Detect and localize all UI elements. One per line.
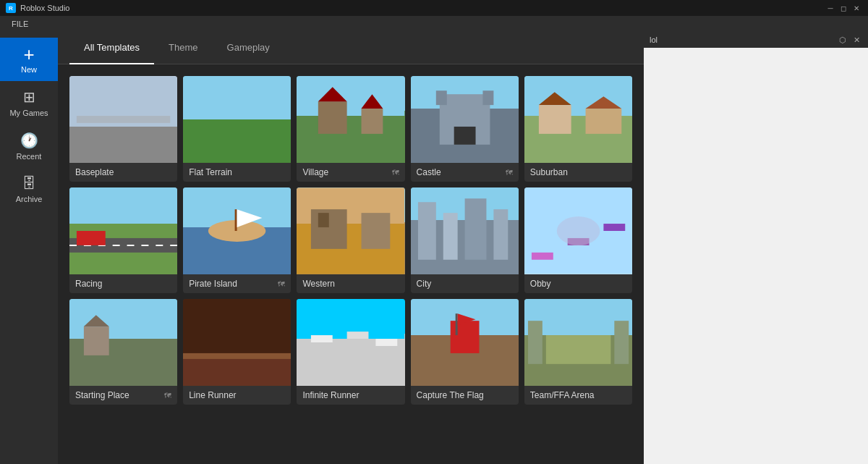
svg-rect-3	[183, 76, 291, 119]
archive-label: Archive	[16, 195, 43, 203]
template-card-flat-terrain[interactable]: Flat Terrain	[183, 76, 291, 182]
template-thumb-suburban	[524, 76, 632, 163]
main-area: + New ⊞ My Games 🕐 Recent 🗄 Archive All …	[0, 32, 868, 464]
right-panel-title: lol	[650, 35, 658, 44]
template-label-capture-the-flag: Capture The Flag	[411, 386, 519, 405]
template-thumb-team-ffa-arena	[524, 299, 632, 386]
svg-rect-68	[528, 321, 542, 364]
map-icon-village: 🗺	[392, 169, 399, 177]
template-thumb-line-runner	[183, 299, 291, 386]
tab-gameplay[interactable]: Gameplay	[213, 32, 284, 64]
tab-theme[interactable]: Theme	[154, 32, 212, 64]
template-label-team-ffa-arena: Team/FFA Arena	[524, 386, 632, 405]
close-button[interactable]: ✕	[851, 2, 862, 14]
svg-rect-64	[455, 313, 457, 335]
svg-rect-59	[347, 332, 369, 339]
recent-icon: 🕐	[20, 132, 38, 149]
app-logo: R	[6, 3, 16, 13]
template-thumb-western	[297, 187, 404, 274]
right-panel-header: lol ⬡ ✕	[644, 32, 868, 48]
svg-rect-63	[450, 321, 479, 353]
app-title: Roblox Studio	[20, 4, 70, 12]
svg-rect-27	[77, 231, 106, 245]
template-card-capture-the-flag[interactable]: Capture The Flag	[411, 299, 519, 405]
svg-rect-21	[585, 109, 621, 134]
template-card-city[interactable]: City	[411, 187, 519, 293]
template-card-suburban[interactable]: Suburban	[524, 76, 632, 182]
popout-button[interactable]: ⬡	[837, 35, 848, 45]
template-label-line-runner: Line Runner	[183, 386, 291, 405]
svg-rect-43	[493, 209, 508, 260]
svg-point-48	[557, 216, 600, 245]
sidebar: + New ⊞ My Games 🕐 Recent 🗄 Archive	[0, 32, 58, 464]
svg-rect-70	[546, 335, 611, 364]
template-card-pirate-island[interactable]: Pirate Island🗺	[183, 187, 291, 293]
sidebar-item-archive[interactable]: 🗄 Archive	[0, 168, 58, 211]
window-controls: ─ ◻ ✕	[825, 2, 862, 14]
right-panel-close-button[interactable]: ✕	[851, 35, 862, 45]
template-label-suburban: Suburban	[524, 163, 632, 182]
my-games-icon: ⊞	[23, 88, 35, 106]
svg-rect-54	[183, 357, 291, 386]
svg-rect-7	[318, 101, 347, 134]
template-card-team-ffa-arena[interactable]: Team/FFA Arena	[524, 299, 632, 405]
svg-rect-5	[297, 76, 404, 116]
svg-rect-36	[318, 213, 329, 227]
templates-area: BaseplateFlat TerrainVillage🗺Castle🗺Subu…	[58, 64, 644, 464]
content-panel: All Templates Theme Gameplay BaseplateFl…	[58, 32, 644, 464]
svg-rect-55	[183, 353, 291, 359]
svg-rect-41	[443, 213, 457, 260]
svg-rect-60	[376, 339, 398, 346]
svg-rect-1	[69, 127, 177, 163]
sidebar-item-my-games[interactable]: ⊞ My Games	[0, 81, 58, 125]
template-card-racing[interactable]: Racing	[69, 187, 177, 293]
title-bar: R Roblox Studio ─ ◻ ✕	[0, 0, 868, 16]
svg-rect-69	[614, 321, 629, 364]
maximize-button[interactable]: ◻	[838, 2, 849, 14]
template-card-village[interactable]: Village🗺	[297, 76, 404, 182]
svg-rect-19	[539, 105, 571, 134]
template-label-obby: Obby	[524, 274, 632, 293]
template-card-baseplate[interactable]: Baseplate	[69, 76, 177, 182]
svg-rect-16	[454, 127, 475, 145]
menu-file[interactable]: FILE	[6, 20, 34, 28]
template-card-castle[interactable]: Castle🗺	[411, 76, 519, 182]
templates-grid: BaseplateFlat TerrainVillage🗺Castle🗺Subu…	[69, 76, 632, 405]
template-thumb-village	[297, 76, 404, 163]
svg-rect-6	[297, 116, 404, 163]
svg-rect-4	[183, 119, 291, 163]
template-thumb-infinite-runner	[297, 299, 404, 386]
template-label-racing: Racing	[69, 274, 177, 293]
right-panel-controls: ⬡ ✕	[837, 35, 862, 45]
template-card-infinite-runner[interactable]: Infinite Runner	[297, 299, 404, 405]
svg-rect-2	[77, 116, 170, 123]
svg-rect-58	[311, 335, 333, 342]
template-thumb-capture-the-flag	[411, 299, 519, 386]
template-card-line-runner[interactable]: Line Runner	[183, 299, 291, 405]
minimize-button[interactable]: ─	[825, 2, 836, 14]
template-thumb-racing	[69, 187, 177, 274]
template-card-obby[interactable]: Obby	[524, 187, 632, 293]
template-thumb-obby	[524, 187, 632, 274]
map-icon-starting-place: 🗺	[164, 392, 171, 400]
svg-rect-31	[235, 209, 237, 231]
svg-rect-23	[69, 187, 177, 224]
sidebar-item-recent[interactable]: 🕐 Recent	[0, 125, 58, 168]
template-card-starting-place[interactable]: Starting Place🗺	[69, 299, 177, 405]
template-label-village: Village🗺	[297, 163, 404, 182]
right-panel: lol ⬡ ✕	[644, 32, 868, 464]
template-thumb-city	[411, 187, 519, 274]
new-label: New	[21, 65, 37, 74]
template-card-western[interactable]: Western	[297, 187, 404, 293]
template-label-city: City	[411, 274, 519, 293]
my-games-label: My Games	[9, 109, 48, 117]
template-thumb-starting-place	[69, 299, 177, 386]
svg-rect-47	[603, 224, 625, 231]
map-icon-castle: 🗺	[506, 169, 513, 177]
recent-label: Recent	[17, 152, 42, 161]
template-label-infinite-runner: Infinite Runner	[297, 386, 404, 405]
new-button[interactable]: + New	[0, 38, 58, 81]
tab-all-templates[interactable]: All Templates	[69, 32, 154, 64]
template-thumb-baseplate	[69, 76, 177, 163]
svg-rect-14	[435, 90, 446, 105]
